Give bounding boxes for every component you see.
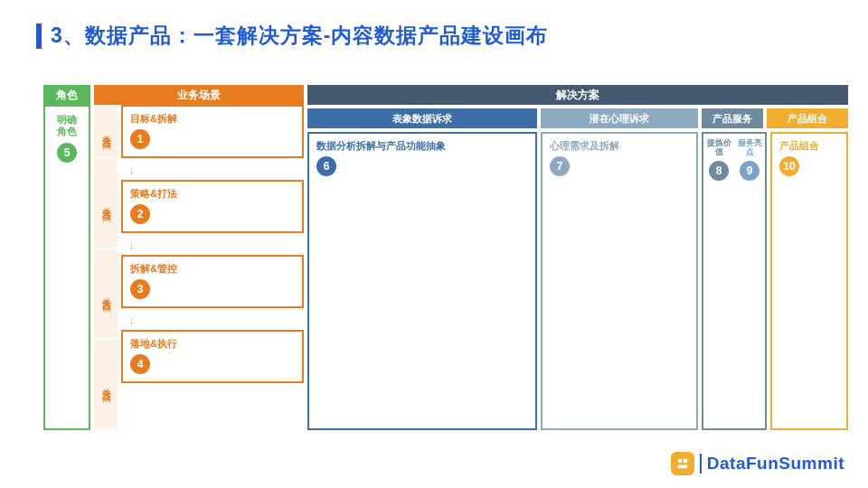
title-accent — [36, 23, 42, 49]
solution-body: 数据分析拆解与产品功能抽象 6 心理需求及拆解 7 提炼价值 8 服务亮点 — [307, 132, 848, 430]
scenario-title-4: 落地&执行 — [130, 337, 295, 351]
mini-col-value: 提炼价值 8 — [705, 139, 732, 181]
mini-label-value: 提炼价值 — [705, 139, 732, 157]
box-product-combo: 产品组合 10 — [770, 132, 848, 430]
box-product-service: 提炼价值 8 服务亮点 9 — [702, 132, 767, 430]
scenario-card-1: 目标&拆解 1 — [121, 105, 304, 158]
brand-icon — [671, 452, 694, 475]
focus-cell-3: 关注点 — [94, 249, 118, 340]
scenario-card-4: 落地&执行 4 — [121, 330, 304, 383]
arrow-down-icon: ↓ — [121, 164, 304, 176]
column-solution: 解决方案 表象数据诉求 潜在心理诉求 产品服务 产品组合 数据分析拆解与产品功能… — [307, 85, 848, 430]
focus-strip: 关注点 关注点 关注点 关注点 — [94, 105, 118, 430]
mini-label-highlight: 服务亮点 — [736, 139, 763, 157]
scenario-card-2: 策略&打法 2 — [121, 180, 304, 233]
role-body: 明确 角色 5 — [43, 105, 90, 430]
canvas-diagram: 角色 明确 角色 5 业务场景 关注点 关注点 关注点 关注点 目标&拆解 1 … — [43, 85, 848, 430]
scenario-title-3: 拆解&管控 — [130, 262, 295, 276]
role-label: 明确 角色 — [57, 114, 77, 137]
subheader-psych-need: 潜在心理诉求 — [541, 108, 698, 128]
column-role: 角色 明确 角色 5 — [43, 85, 90, 430]
box-psych-need: 心理需求及拆解 7 — [541, 132, 698, 430]
slide-title-bar: 3、数据产品：一套解决方案-内容数据产品建设画布 — [0, 0, 868, 50]
scenario-title-1: 目标&拆解 — [130, 112, 295, 126]
badge-10: 10 — [779, 156, 799, 176]
solution-subheaders: 表象数据诉求 潜在心理诉求 产品服务 产品组合 — [307, 108, 848, 128]
column-scenario: 业务场景 关注点 关注点 关注点 关注点 目标&拆解 1 ↓ 策略&打法 2 ↓ — [94, 85, 304, 430]
subheader-product-service: 产品服务 — [702, 108, 763, 128]
header-scenario: 业务场景 — [94, 85, 304, 105]
arrow-down-icon: ↓ — [121, 314, 304, 326]
subheader-data-need: 表象数据诉求 — [307, 108, 537, 128]
badge-3: 3 — [130, 279, 150, 299]
focus-cell-1: 关注点 — [94, 105, 118, 159]
box-title-d: 产品组合 — [779, 139, 839, 153]
subheader-product-combo: 产品组合 — [767, 108, 848, 128]
arrow-down-icon: ↓ — [121, 239, 304, 251]
svg-point-0 — [678, 459, 683, 464]
badge-4: 4 — [130, 354, 150, 374]
brand-text: DataFunSummit — [707, 454, 844, 474]
slide-title: 3、数据产品：一套解决方案-内容数据产品建设画布 — [51, 22, 548, 50]
badge-7: 7 — [550, 156, 570, 176]
scenario-items: 目标&拆解 1 ↓ 策略&打法 2 ↓ 拆解&管控 3 ↓ 落地&执行 4 — [121, 105, 304, 430]
mini-col-highlight: 服务亮点 9 — [736, 139, 763, 181]
scenario-title-2: 策略&打法 — [130, 187, 295, 201]
header-role: 角色 — [43, 85, 90, 105]
badge-1: 1 — [130, 129, 150, 149]
scenario-card-3: 拆解&管控 3 — [121, 255, 304, 308]
badge-6: 6 — [316, 156, 336, 176]
badge-9: 9 — [740, 161, 760, 181]
scenario-body: 关注点 关注点 关注点 关注点 目标&拆解 1 ↓ 策略&打法 2 ↓ 拆解&管… — [94, 105, 304, 430]
box-title-b: 心理需求及拆解 — [550, 139, 689, 153]
brand-footer: DataFunSummit — [671, 452, 844, 475]
svg-rect-2 — [678, 465, 688, 469]
focus-cell-4: 关注点 — [94, 340, 118, 430]
badge-5: 5 — [57, 143, 77, 163]
box-title-a: 数据分析拆解与产品功能抽象 — [316, 139, 528, 153]
svg-rect-1 — [684, 459, 688, 464]
box-data-need: 数据分析拆解与产品功能抽象 6 — [307, 132, 537, 430]
brand-separator — [700, 454, 702, 474]
focus-cell-2: 关注点 — [94, 159, 118, 249]
badge-8: 8 — [709, 161, 729, 181]
badge-2: 2 — [130, 204, 150, 224]
header-solution: 解决方案 — [307, 85, 848, 105]
